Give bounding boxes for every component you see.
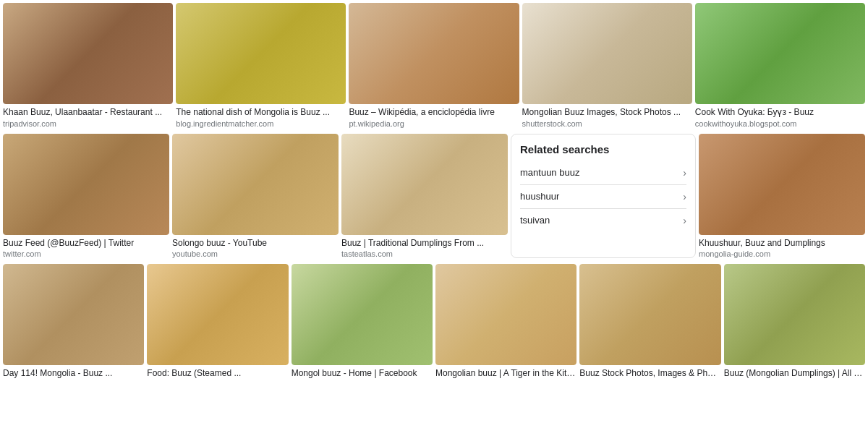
food-image [3, 3, 173, 104]
card-title: Mongolian buuz | A Tiger in the Kitchen [435, 368, 576, 380]
image-card[interactable]: Buuz (Mongolian Dumplings) | All That ..… [724, 264, 865, 380]
card-source: tripadvisor.com [3, 119, 173, 128]
related-search-item[interactable]: huushuur› [520, 185, 686, 209]
image-card[interactable]: Buuz Feed (@BuuzFeed) | Twittertwitter.c… [3, 134, 169, 259]
card-source: shutterstock.com [522, 119, 692, 128]
food-image [579, 264, 720, 365]
card-title: Mongol buuz - Home | Facebook [292, 368, 433, 380]
row-1: Khaan Buuz, Ulaanbaatar - Restaurant ...… [0, 0, 868, 131]
related-search-label: huushuur [520, 191, 559, 202]
card-title: Khaan Buuz, Ulaanbaatar - Restaurant ... [3, 107, 173, 119]
image-card[interactable]: The national dish of Mongolia is Buuz ..… [176, 3, 346, 128]
card-title: Cook With Oyuka: Буүз - Buuz [695, 107, 865, 119]
food-image [147, 264, 288, 365]
row-3: Day 114! Mongolia - Buuz ...Food: Buuz (… [0, 261, 868, 383]
image-card[interactable]: Buuz Stock Photos, Images & Photo... [579, 264, 720, 380]
food-image [292, 264, 433, 365]
image-card[interactable]: Mongolian buuz | A Tiger in the Kitchen [435, 264, 576, 380]
row-2: Buuz Feed (@BuuzFeed) | Twittertwitter.c… [0, 131, 868, 262]
card-title: Buuz | Traditional Dumplings From ... [341, 238, 508, 249]
image-card[interactable]: Day 114! Mongolia - Buuz ... [3, 264, 144, 380]
related-search-item[interactable]: tsuivan› [520, 209, 686, 232]
food-image [349, 3, 519, 104]
related-searches-title: Related searches [520, 143, 686, 155]
related-search-label: tsuivan [520, 215, 550, 226]
food-image [341, 134, 508, 235]
card-title: Mongolian Buuz Images, Stock Photos ... [522, 107, 692, 119]
chevron-right-icon: › [683, 191, 686, 202]
related-search-label: mantuun buuz [520, 167, 579, 178]
image-card[interactable]: Mongolian Buuz Images, Stock Photos ...s… [522, 3, 692, 128]
card-title: Solongo buuz - YouTube [172, 238, 339, 249]
card-title: Buuz Stock Photos, Images & Photo... [579, 368, 720, 380]
card-source: tasteatlas.com [341, 249, 508, 258]
card-title: Buuz (Mongolian Dumplings) | All That ..… [724, 368, 865, 380]
food-image [522, 3, 692, 104]
card-title: Buuz – Wikipédia, a enciclopédia livre [349, 107, 519, 119]
card-source: youtube.com [172, 249, 339, 258]
food-image [3, 134, 169, 235]
image-card[interactable]: Cook With Oyuka: Буүз - Buuzcookwithoyuk… [695, 3, 865, 128]
related-searches-widget: Related searchesmantuun buuz›huushuur›ts… [511, 134, 696, 259]
chevron-right-icon: › [683, 215, 686, 226]
food-image [695, 3, 865, 104]
food-image [176, 3, 346, 104]
card-title: Day 114! Mongolia - Buuz ... [3, 368, 144, 380]
card-source: cookwithoyuka.blogspot.com [695, 119, 865, 128]
card-source: pt.wikipedia.org [349, 119, 519, 128]
image-card[interactable]: Khaan Buuz, Ulaanbaatar - Restaurant ...… [3, 3, 173, 128]
card-title: Food: Buuz (Steamed ... [147, 368, 288, 380]
related-search-item[interactable]: mantuun buuz› [520, 161, 686, 185]
card-source: twitter.com [3, 249, 169, 258]
food-image [435, 264, 576, 365]
food-image [172, 134, 339, 235]
food-image [3, 264, 144, 365]
chevron-right-icon: › [683, 167, 686, 179]
image-card[interactable]: Solongo buuz - YouTubeyoutube.com [172, 134, 339, 259]
image-card[interactable]: Buuz – Wikipédia, a enciclopédia livrept… [349, 3, 519, 128]
card-title: The national dish of Mongolia is Buuz ..… [176, 107, 346, 119]
image-card[interactable]: Mongol buuz - Home | Facebook [292, 264, 433, 380]
food-image [699, 134, 865, 235]
food-image [724, 264, 865, 365]
card-title: Buuz Feed (@BuuzFeed) | Twitter [3, 238, 169, 249]
card-source: blog.ingredientmatcher.com [176, 119, 346, 128]
image-card[interactable]: Khuushuur, Buuz and Dumplingsmongolia-gu… [699, 134, 865, 259]
image-card[interactable]: Food: Buuz (Steamed ... [147, 264, 288, 380]
image-card[interactable]: Buuz | Traditional Dumplings From ...tas… [341, 134, 508, 259]
card-title: Khuushuur, Buuz and Dumplings [699, 238, 865, 249]
card-source: mongolia-guide.com [699, 249, 865, 258]
